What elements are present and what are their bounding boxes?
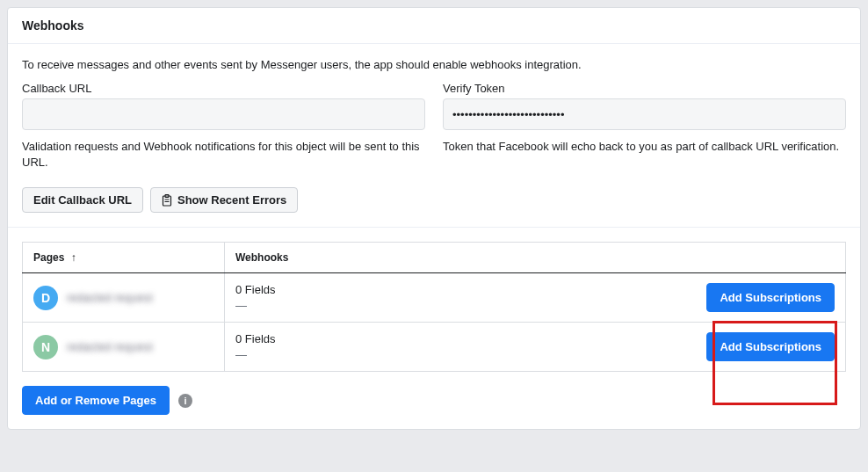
table-row: N redacted request 0 Fields — Add Subscr… xyxy=(23,323,846,372)
callback-help-text: Validation requests and Webhook notifica… xyxy=(22,139,425,170)
pages-header-label: Pages xyxy=(33,251,64,264)
fields-count: 0 Fields xyxy=(235,331,276,347)
clipboard-icon xyxy=(162,194,172,207)
show-errors-label: Show Recent Errors xyxy=(177,193,286,207)
verify-token-input[interactable] xyxy=(443,98,846,130)
callback-url-input[interactable] xyxy=(22,98,425,130)
show-recent-errors-button[interactable]: Show Recent Errors xyxy=(150,187,298,213)
page-name-redacted: redacted request xyxy=(67,291,153,304)
panel-body: To receive messages and other events sen… xyxy=(8,44,860,228)
table-row: D redacted request 0 Fields — Add Subscr… xyxy=(23,273,846,323)
column-header-pages[interactable]: Pages ↑ xyxy=(23,243,225,273)
token-help-text: Token that Facebook will echo back to yo… xyxy=(443,139,846,170)
pages-section: Pages ↑ Webhooks D redacted request xyxy=(8,228,860,429)
token-label: Verify Token xyxy=(443,82,846,95)
info-icon[interactable]: i xyxy=(178,394,192,408)
add-subscriptions-button[interactable]: Add Subscriptions xyxy=(706,332,835,361)
add-or-remove-pages-button[interactable]: Add or Remove Pages xyxy=(22,386,170,415)
edit-callback-button[interactable]: Edit Callback URL xyxy=(22,187,143,213)
avatar: D xyxy=(33,286,58,310)
callback-col: Callback URL xyxy=(22,82,425,130)
avatar: N xyxy=(33,335,58,359)
page-name-redacted: redacted request xyxy=(67,340,153,353)
fields-dash: — xyxy=(235,298,276,314)
fields-count: 0 Fields xyxy=(235,282,276,298)
add-subscriptions-button[interactable]: Add Subscriptions xyxy=(706,283,835,312)
pages-table: Pages ↑ Webhooks D redacted request xyxy=(22,242,846,372)
sort-up-icon: ↑ xyxy=(71,251,76,264)
column-header-webhooks: Webhooks xyxy=(225,243,846,273)
token-col: Verify Token xyxy=(443,82,846,130)
fields-dash: — xyxy=(235,347,276,363)
panel-title: Webhooks xyxy=(8,8,860,44)
webhooks-panel: Webhooks To receive messages and other e… xyxy=(7,7,861,430)
callback-label: Callback URL xyxy=(22,82,425,95)
intro-text: To receive messages and other events sen… xyxy=(22,58,846,71)
